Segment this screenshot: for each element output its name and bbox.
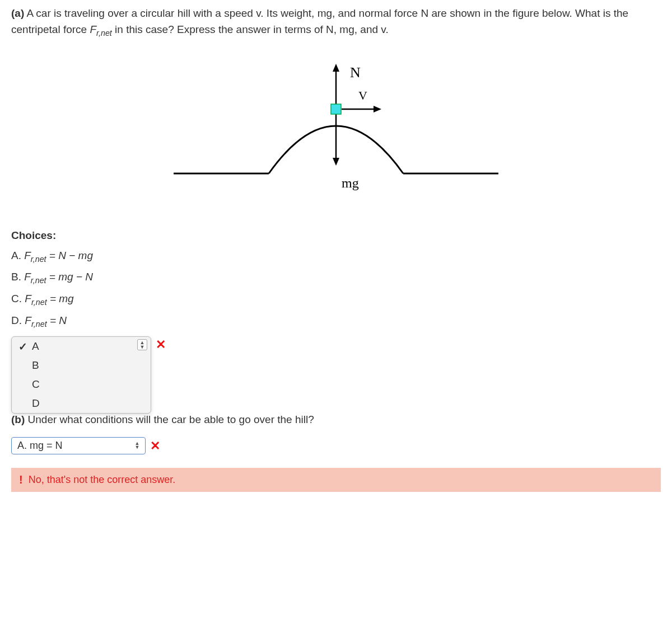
svg-rect-8 [331, 104, 341, 114]
answer-b-select[interactable]: A. mg = N ▲ ▼ [11, 437, 146, 454]
figure-label-mg: mg [342, 176, 359, 190]
feedback-text: No, that's not the correct answer. [29, 474, 176, 486]
part-b-text: Under what conditions will the car be ab… [25, 414, 314, 425]
figure-hill: N V mg [11, 56, 661, 201]
svg-marker-7 [374, 106, 381, 112]
dropdown-option-b[interactable]: B [12, 356, 151, 375]
figure-label-v: V [358, 88, 367, 102]
choice-d: D. Fr,net = N [11, 315, 661, 328]
wrong-icon: ✕ [150, 439, 160, 453]
dropdown-option-c[interactable]: C [12, 375, 151, 394]
chevron-down-icon: ▼ [135, 445, 140, 449]
force-symbol-sub: r,net [96, 28, 112, 37]
part-b-question: (b) Under what conditions will the car b… [11, 414, 661, 426]
part-a-label: (a) [11, 7, 24, 19]
feedback-message: ! No, that's not the correct answer. [11, 468, 661, 492]
svg-marker-3 [333, 64, 339, 72]
hill-diagram: N V mg [162, 56, 510, 201]
choice-a: A. Fr,net = N − mg [11, 250, 661, 264]
part-a-question: (a) A car is traveling over a circular h… [11, 6, 661, 39]
select-b-value: A. mg = N [17, 440, 63, 452]
stepper-icon[interactable]: ▲ ▼ [133, 442, 142, 449]
svg-marker-5 [333, 158, 339, 166]
force-symbol: F [90, 24, 96, 35]
wrong-icon: ✕ [156, 337, 166, 352]
choices-header: Choices: [11, 229, 661, 242]
part-b-label: (b) [11, 414, 25, 425]
answer-a-dropdown[interactable]: ▲ ▼ A B C D [11, 336, 151, 414]
choice-c: C. Fr,net = mg [11, 293, 661, 307]
exclamation-icon: ! [19, 473, 23, 486]
part-a-text2: in this case? Express the answer in term… [112, 24, 389, 35]
choice-b: B. Fr,net = mg − N [11, 271, 661, 285]
dropdown-option-a[interactable]: A [12, 337, 151, 356]
figure-label-n: N [350, 64, 361, 81]
dropdown-option-d[interactable]: D [12, 394, 151, 413]
